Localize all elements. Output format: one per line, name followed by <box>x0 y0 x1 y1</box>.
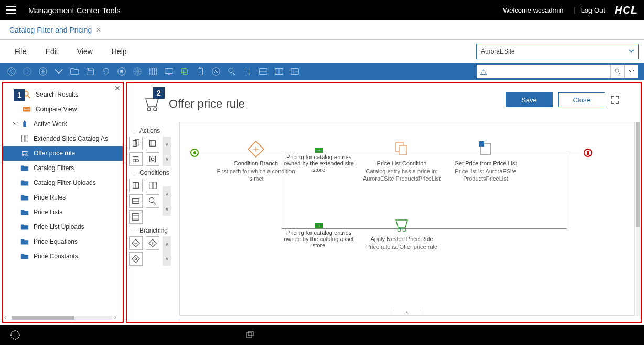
layout-h-icon[interactable] <box>258 66 269 77</box>
refresh-icon[interactable] <box>101 66 111 77</box>
tree-label: Price Constants <box>34 253 78 260</box>
save-button[interactable]: Save <box>506 92 553 107</box>
menu-edit[interactable]: Edit <box>36 44 68 59</box>
tree-item-active-work[interactable]: Active Work <box>3 117 123 131</box>
tab-catalog-filter-pricing[interactable]: Catalog Filter and Pricing <box>9 26 92 34</box>
get-price-icon <box>477 140 495 158</box>
new-icon[interactable] <box>38 66 48 77</box>
tree-item-price-equations[interactable]: Price Equations <box>3 234 123 249</box>
search-mode-icon[interactable] <box>476 65 490 78</box>
loading-spinner-icon <box>10 330 20 340</box>
palette-cond-2[interactable] <box>146 179 159 192</box>
tree-item-price-rules[interactable]: Price Rules <box>3 190 123 205</box>
open-icon[interactable] <box>69 66 80 77</box>
scroll-right-icon[interactable]: › <box>114 313 121 321</box>
tree-item-price-lists[interactable]: Price Lists <box>3 205 123 219</box>
globe-icon[interactable] <box>132 66 143 77</box>
menu-file[interactable]: File <box>5 44 36 59</box>
tree-label: Price List Uploads <box>34 223 84 231</box>
tree-item-catalog-filters[interactable]: Catalog Filters <box>3 161 123 175</box>
svg-rect-8 <box>155 68 157 75</box>
svg-point-33 <box>136 159 138 162</box>
new-dropdown-icon[interactable] <box>53 66 64 77</box>
back-icon[interactable] <box>6 66 17 77</box>
topbar: Management Center Tools Welcome wcsadmin… <box>0 0 644 20</box>
flow-end-node[interactable] <box>584 149 592 157</box>
search-button[interactable] <box>610 65 624 78</box>
palette-cond-3[interactable] <box>129 194 143 208</box>
branch-tag-icon: → <box>315 148 323 153</box>
palette-cond-5[interactable] <box>129 210 143 224</box>
expand-icon[interactable] <box>610 95 620 104</box>
palette-scroll-conditions[interactable]: ∧∨ <box>163 186 171 216</box>
layout-v-icon[interactable] <box>274 66 284 77</box>
palette-action-4[interactable] <box>146 152 159 166</box>
flow-node-get-price[interactable]: Get Price from Price List Price list is:… <box>446 140 525 183</box>
palette-action-3[interactable] <box>129 152 143 166</box>
tree: Search Results Compare View Active Work … <box>3 83 123 264</box>
tree-item-offer-price-rule[interactable]: Offer price rule <box>3 146 123 161</box>
callout-badge-2: 2 <box>153 87 165 99</box>
caret-down-icon <box>13 120 19 128</box>
sidebar-h-scrollbar[interactable] <box>12 316 112 320</box>
window-icon[interactable] <box>245 331 254 339</box>
tree-label: Compare View <box>36 106 77 113</box>
save-icon[interactable] <box>85 66 95 77</box>
forward-icon[interactable] <box>22 66 33 77</box>
svg-point-19 <box>615 69 619 72</box>
tree-item-price-constants[interactable]: Price Constants <box>3 249 123 264</box>
palette-scroll-branching[interactable]: ∧∨ <box>163 236 171 266</box>
paste-icon[interactable] <box>195 66 206 77</box>
flow-node-price-list-condition[interactable]: Price List Condition Catalog entry has a… <box>362 140 441 183</box>
layout-detail-icon[interactable] <box>289 66 300 77</box>
scroll-left-icon[interactable]: ‹ <box>4 313 10 321</box>
flow-node-pricing-extended[interactable]: → Pricing for catalog entries owned by t… <box>280 148 358 174</box>
editor-v-scrollbar[interactable] <box>636 122 640 316</box>
palette-branch-2[interactable] <box>146 236 159 250</box>
tree-item-catalog-filter-uploads[interactable]: Catalog Filter Uploads <box>3 175 123 190</box>
palette-branch-3[interactable] <box>129 252 143 266</box>
svg-point-35 <box>151 158 154 160</box>
chevron-down-icon <box>629 48 634 55</box>
monitor-icon[interactable] <box>164 66 174 77</box>
stop-icon[interactable] <box>116 66 127 77</box>
columns-icon[interactable] <box>148 66 158 77</box>
search-dropdown-icon[interactable] <box>624 65 638 78</box>
sort-icon[interactable] <box>242 66 253 77</box>
tree-item-extended-sites[interactable]: Extended Sites Catalog As <box>3 131 123 146</box>
palette-scroll-actions[interactable]: ∧∨ <box>163 137 171 166</box>
tree-label: Catalog Filter Uploads <box>34 179 96 186</box>
sidebar-close-icon[interactable]: ✕ <box>114 84 121 92</box>
flow-canvas[interactable]: Condition Branch First path for which a … <box>179 122 635 316</box>
tree-item-price-list-uploads[interactable]: Price List Uploads <box>3 219 123 234</box>
store-select[interactable]: AuroraESite <box>476 44 639 59</box>
menu-help[interactable]: Help <box>102 44 136 59</box>
copy-icon[interactable] <box>179 66 190 77</box>
toolbar-search-input[interactable] <box>490 65 610 78</box>
svg-rect-6 <box>150 68 152 75</box>
tree-item-compare-view[interactable]: Compare View <box>3 102 123 117</box>
delete-icon[interactable] <box>211 66 221 77</box>
flow-node-nested-rule[interactable]: Apply Nested Price Rule Price rule is: O… <box>362 216 441 250</box>
svg-point-25 <box>22 154 24 156</box>
find-icon[interactable] <box>227 66 237 77</box>
node-title: Pricing for catalog entries owned by the… <box>280 154 358 173</box>
logout-link[interactable]: Log Out <box>581 6 605 14</box>
folder-icon <box>20 179 29 187</box>
svg-rect-34 <box>150 156 156 162</box>
collapse-handle[interactable]: ∧ <box>394 310 420 315</box>
tab-close-icon[interactable]: ✕ <box>96 26 101 34</box>
palette-branch-1[interactable] <box>129 236 143 250</box>
welcome-text: Welcome wcsadmin <box>503 6 563 14</box>
flow-start-node[interactable] <box>190 149 199 157</box>
palette-action-2[interactable] <box>146 137 159 150</box>
palette-cond-1[interactable] <box>129 179 143 192</box>
close-button[interactable]: Close <box>558 92 605 107</box>
hamburger-icon[interactable] <box>6 6 16 14</box>
palette-action-1[interactable] <box>129 137 143 150</box>
menu-view[interactable]: View <box>68 44 102 59</box>
svg-rect-38 <box>153 182 156 189</box>
svg-rect-44 <box>399 145 406 155</box>
flow-node-pricing-catalog-asset[interactable]: → Pricing for catalog entries owned by t… <box>280 223 358 249</box>
palette-cond-4[interactable] <box>146 194 159 208</box>
